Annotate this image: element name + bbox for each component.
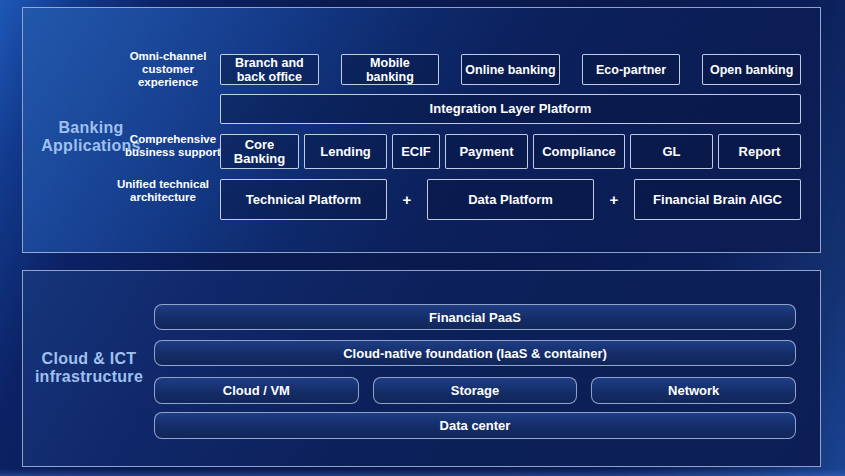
channel-row: Branch and back office Mobile banking On… [220, 54, 801, 85]
box-payment: Payment [445, 134, 528, 169]
cloud-native-foundation-bar: Cloud-native foundation (IaaS & containe… [154, 340, 796, 366]
box-open-banking: Open banking [702, 54, 801, 85]
box-mobile-banking: Mobile banking [341, 54, 440, 85]
resources-row: Cloud / VM Storage Network [154, 377, 796, 404]
plus-separator: + [387, 179, 427, 220]
data-center-bar: Data center [154, 412, 796, 439]
financial-paas-bar: Financial PaaS [154, 304, 796, 330]
box-core-banking: Core Banking [220, 134, 299, 169]
box-ecif: ECIF [392, 134, 440, 169]
box-gl: GL [630, 134, 713, 169]
plus-separator: + [594, 179, 634, 220]
business-support-label: Comprehensive business support [113, 133, 233, 159]
banking-applications-panel: Banking Applications Omni-channel custom… [22, 7, 821, 253]
box-eco-partner: Eco-partner [582, 54, 681, 85]
cloud-ict-panel: Cloud & ICT infrastructure Financial Paa… [22, 270, 821, 467]
box-lending: Lending [304, 134, 387, 169]
box-storage: Storage [373, 377, 578, 404]
cloud-ict-title: Cloud & ICT infrastructure [23, 350, 155, 385]
architecture-diagram: Banking Applications Omni-channel custom… [0, 0, 845, 476]
box-compliance: Compliance [533, 134, 625, 169]
box-online-banking: Online banking [461, 54, 560, 85]
box-report: Report [718, 134, 801, 169]
box-financial-brain-aigc: Financial Brain AIGC [634, 179, 801, 220]
box-network: Network [591, 377, 796, 404]
business-systems-row: Core Banking Lending ECIF Payment Compli… [220, 134, 801, 169]
platforms-row: Technical Platform + Data Platform + Fin… [220, 179, 801, 220]
technical-architecture-label: Unified technical architecture [103, 178, 223, 204]
integration-layer-platform-bar: Integration Layer Platform [220, 94, 801, 124]
box-branch-back-office: Branch and back office [220, 54, 319, 85]
omni-channel-label: Omni-channel customer experience [108, 50, 228, 89]
box-technical-platform: Technical Platform [220, 179, 387, 220]
box-data-platform: Data Platform [427, 179, 594, 220]
box-cloud-vm: Cloud / VM [154, 377, 359, 404]
